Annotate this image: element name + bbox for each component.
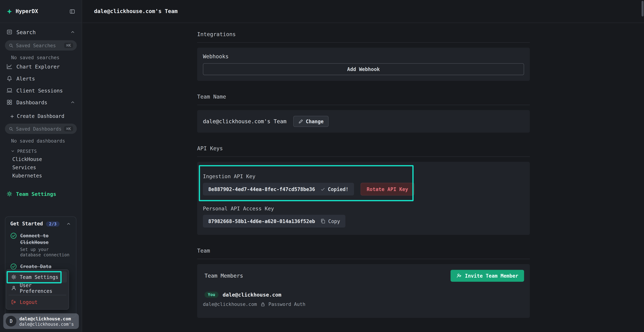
check-icon bbox=[320, 186, 326, 192]
app-window: HyperDX Search Saved Searches ⌘K No save… bbox=[0, 0, 644, 332]
copy-button[interactable]: Copy bbox=[320, 218, 340, 224]
you-badge: You bbox=[204, 292, 218, 298]
plus-icon bbox=[10, 114, 14, 118]
menu-team-settings-label: Team Settings bbox=[20, 274, 58, 280]
sidebar-item-chart-explorer[interactable]: Chart Explorer bbox=[0, 61, 82, 72]
grid-icon bbox=[6, 100, 12, 105]
lock-icon bbox=[260, 302, 265, 307]
copied-indicator: Copied! bbox=[320, 186, 348, 192]
get-started-title: Get Started bbox=[10, 221, 43, 227]
page-header: dale@clickhouse.com's Team bbox=[82, 0, 644, 23]
create-dashboard-label: Create Dashboard bbox=[17, 114, 64, 119]
client-sessions-label: Client Sessions bbox=[16, 87, 63, 94]
get-started-item[interactable]: Connect to ClickHouse Set up your databa… bbox=[10, 232, 71, 258]
menu-logout-label: Logout bbox=[20, 299, 38, 305]
search-section-label: Search bbox=[16, 29, 36, 35]
get-started-progress-badge: 2/3 bbox=[46, 221, 60, 226]
check-circle-icon bbox=[10, 232, 17, 258]
change-button-label: Change bbox=[306, 118, 324, 124]
get-started-item-desc: Set up your database connection bbox=[20, 247, 71, 258]
settings-content: Integrations Webhooks Add Webhook Team N… bbox=[197, 23, 530, 318]
collapse-sidebar-icon[interactable] bbox=[70, 8, 75, 14]
dashboards-label: Dashboards bbox=[16, 99, 48, 105]
preset-clickhouse[interactable]: ClickHouse bbox=[0, 155, 82, 164]
app-name: HyperDX bbox=[16, 8, 38, 14]
ingestion-key-box[interactable]: 8e887902-4ed7-44ea-8fec-f47cd578be36 Cop… bbox=[203, 183, 354, 196]
presets-toggle[interactable]: PRESETS bbox=[0, 147, 82, 155]
search-icon bbox=[8, 126, 14, 131]
hyperdx-logo-icon bbox=[6, 8, 12, 14]
chart-icon bbox=[6, 64, 12, 70]
main-area: dale@clickhouse.com's Team Integrations … bbox=[82, 0, 644, 332]
personal-key-value: 87982668-58b1-4d6e-a620-014a136f52eb bbox=[208, 218, 315, 224]
ingestion-key-value: 8e887902-4ed7-44ea-8fec-f47cd578be36 bbox=[208, 186, 315, 192]
preset-kubernetes[interactable]: Kubernetes bbox=[0, 172, 82, 180]
saved-dashboards-placeholder: Saved Dashboards bbox=[16, 126, 62, 132]
sidebar-item-client-sessions[interactable]: Client Sessions bbox=[0, 84, 82, 96]
sidebar-item-team-settings[interactable]: Team Settings bbox=[0, 188, 82, 200]
chart-explorer-label: Chart Explorer bbox=[16, 64, 60, 70]
no-saved-searches-text: No saved searches bbox=[11, 54, 82, 60]
sidebar-item-alerts[interactable]: Alerts bbox=[0, 72, 82, 84]
rotate-api-key-button[interactable]: Rotate API Key bbox=[360, 183, 414, 196]
personal-key-label: Personal API Access Key bbox=[203, 205, 524, 212]
shortcut-badge: ⌘K bbox=[64, 126, 73, 132]
user-account-button[interactable]: D dale@clickhouse.com dale@clickhouse.co… bbox=[3, 314, 79, 329]
menu-divider bbox=[8, 295, 66, 295]
sidebar: HyperDX Search Saved Searches ⌘K No save… bbox=[0, 0, 82, 332]
user-name: dale@clickhouse.com bbox=[19, 316, 74, 322]
invite-button-label: Invite Team Member bbox=[465, 273, 518, 279]
menu-item-team-settings[interactable]: Team Settings bbox=[8, 272, 67, 283]
bell-icon bbox=[6, 76, 12, 81]
member-name: dale@clickhouse.com bbox=[223, 292, 282, 298]
avatar: D bbox=[6, 316, 16, 327]
webhooks-card: Webhooks Add Webhook bbox=[197, 48, 530, 81]
gear-icon bbox=[6, 191, 12, 197]
user-team-name: dale@clickhouse.com's bbox=[19, 322, 74, 326]
change-team-name-button[interactable]: Change bbox=[293, 116, 328, 127]
team-settings-label: Team Settings bbox=[16, 191, 56, 197]
chevron-up-icon[interactable] bbox=[66, 221, 71, 226]
ingestion-key-label: Ingestion API Key bbox=[203, 173, 524, 180]
person-plus-icon bbox=[456, 273, 462, 278]
chevron-up-icon[interactable] bbox=[70, 100, 75, 105]
person-icon bbox=[11, 286, 16, 291]
logo-row: HyperDX bbox=[0, 0, 82, 23]
team-member-row: You dale@clickhouse.com bbox=[204, 292, 524, 298]
saved-dashboards-input[interactable]: Saved Dashboards ⌘K bbox=[5, 124, 77, 134]
sidebar-section-search[interactable]: Search bbox=[0, 26, 82, 38]
team-members-title: Team Members bbox=[204, 272, 243, 279]
no-saved-dashboards-text: No saved dashboards bbox=[11, 138, 82, 144]
personal-key-box[interactable]: 87982668-58b1-4d6e-a620-014a136f52eb Cop… bbox=[203, 215, 346, 228]
team-name-value: dale@clickhouse.com's Team bbox=[203, 118, 286, 124]
saved-searches-placeholder: Saved Searches bbox=[16, 42, 56, 48]
team-members-card: Team Members Invite Team Member You dale… bbox=[197, 264, 530, 318]
sidebar-item-dashboards[interactable]: Dashboards bbox=[0, 96, 82, 108]
saved-searches-input[interactable]: Saved Searches ⌘K bbox=[5, 40, 77, 50]
add-webhook-button[interactable]: Add Webhook bbox=[203, 63, 524, 75]
auth-method: Password Auth bbox=[268, 302, 306, 307]
alerts-label: Alerts bbox=[16, 75, 35, 82]
api-keys-heading: API Keys bbox=[197, 146, 530, 157]
shortcut-badge: ⌘K bbox=[64, 43, 73, 48]
member-email: dale@clickhouse.com bbox=[203, 302, 257, 307]
team-name-card: dale@clickhouse.com's Team Change bbox=[197, 110, 530, 132]
member-details-row: dale@clickhouse.com Password Auth bbox=[203, 302, 524, 307]
presets-label: PRESETS bbox=[17, 149, 37, 154]
copied-label: Copied! bbox=[328, 186, 348, 192]
clipboard-icon bbox=[320, 218, 326, 224]
search-section-icon bbox=[6, 29, 12, 35]
team-name-heading: Team Name bbox=[197, 94, 530, 105]
invite-team-member-button[interactable]: Invite Team Member bbox=[450, 270, 524, 282]
menu-item-user-preferences[interactable]: User Preferences bbox=[8, 283, 67, 294]
menu-user-preferences-label: User Preferences bbox=[20, 282, 64, 294]
create-dashboard-button[interactable]: Create Dashboard bbox=[0, 111, 82, 121]
search-icon bbox=[8, 43, 14, 48]
menu-item-logout[interactable]: Logout bbox=[8, 296, 67, 308]
scrollbar-thumb[interactable] bbox=[642, 1, 644, 16]
get-started-item-title: Connect to ClickHouse bbox=[20, 233, 48, 245]
webhooks-title: Webhooks bbox=[203, 53, 524, 60]
api-keys-card: Ingestion API Key 8e887902-4ed7-44ea-8fe… bbox=[197, 162, 530, 235]
preset-services[interactable]: Services bbox=[0, 164, 82, 172]
chevron-up-icon[interactable] bbox=[70, 30, 75, 34]
